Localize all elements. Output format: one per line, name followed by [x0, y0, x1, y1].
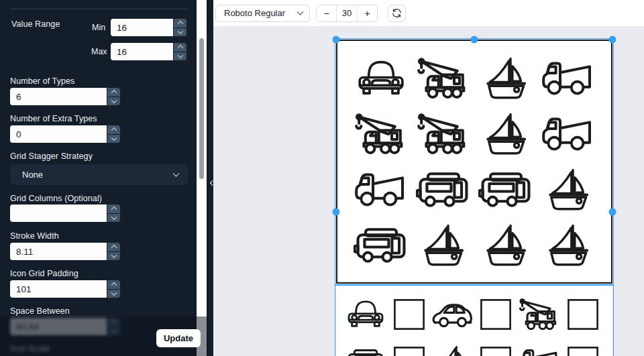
grid-stagger-strategy-label: Grid Stagger Strategy [10, 152, 93, 161]
max-field [111, 43, 186, 60]
dump-truck-icon [354, 170, 408, 209]
sidebar-scrollbar-track[interactable] [197, 0, 207, 356]
icon-grid-padding-input[interactable] [10, 280, 107, 298]
sailboat-icon [482, 109, 529, 160]
max-decrement-button[interactable] [174, 52, 186, 61]
car-front-icon [356, 57, 406, 100]
space-between-label: Space Between [10, 306, 70, 316]
grid-columns-input[interactable] [10, 204, 107, 222]
stroke-width-input[interactable] [10, 243, 107, 260]
empty-square [393, 346, 425, 356]
dump-truck-icon [519, 347, 560, 356]
number-of-types-field [10, 88, 120, 105]
refresh-arrows-icon [391, 7, 402, 19]
min-increment-button[interactable] [174, 19, 186, 27]
bus-icon [478, 171, 533, 209]
bus-icon [354, 227, 409, 264]
increase-font-size-button[interactable]: + [357, 5, 377, 21]
grid-stagger-strategy-select[interactable]: None [10, 164, 188, 185]
sailboat-icon [482, 53, 529, 104]
empty-square [567, 298, 599, 331]
selection-handle-middle-right[interactable] [609, 209, 616, 216]
main-panel: Roboto Regular − 30 + [213, 0, 644, 356]
selection-handle-top-left[interactable] [333, 36, 340, 44]
sailboat-icon [435, 343, 471, 356]
selection-handle-top-right[interactable] [609, 36, 616, 44]
car-front-icon [346, 297, 385, 332]
number-of-types-label: Number of Types [10, 76, 74, 86]
number-of-types-input[interactable] [10, 88, 107, 105]
empty-square [567, 346, 599, 356]
font-select[interactable]: Roboto Regular [215, 5, 310, 22]
sidebar-scrollbar-thumb[interactable] [199, 38, 204, 179]
font-select-value: Roboto Regular [224, 8, 298, 18]
chevron-down-icon [173, 170, 180, 177]
crane-truck-icon [519, 297, 560, 332]
bus-icon [416, 171, 471, 209]
number-of-extra-types-input[interactable] [10, 125, 107, 143]
value-range-label: Value Range [11, 19, 60, 29]
min-label: Min [92, 23, 105, 32]
min-input[interactable] [111, 19, 173, 36]
number-of-extra-types-field [10, 125, 120, 143]
grid-columns-label: Grid Columns (Optional) [10, 194, 102, 203]
empty-square [480, 298, 512, 331]
crane-truck-icon [417, 56, 470, 101]
settings-sidebar: Value Range Min Max Number of Types Numb… [0, 0, 197, 356]
design-canvas[interactable] [213, 27, 644, 356]
increment-button[interactable] [107, 88, 120, 97]
sailboat-icon [482, 220, 529, 271]
bus-icon [345, 348, 386, 356]
decrement-button[interactable] [107, 97, 120, 106]
stroke-width-label: Stroke Width [10, 231, 59, 241]
divider [10, 9, 188, 9]
chevron-down-icon [297, 9, 304, 15]
app-window: Value Range Min Max Number of Types Numb… [0, 0, 644, 356]
dump-truck-icon [541, 115, 595, 154]
max-increment-button[interactable] [174, 43, 186, 52]
decrement-button[interactable] [107, 252, 120, 261]
crane-truck-icon [354, 112, 408, 156]
empty-square [393, 298, 425, 331]
increment-button[interactable] [107, 125, 120, 134]
icon-grid-padding-label: Icon Grid Padding [10, 269, 78, 278]
icon-grid-padding-field [10, 280, 120, 298]
font-size-value: 30 [337, 5, 357, 21]
decrement-button[interactable] [107, 214, 120, 223]
max-input[interactable] [111, 43, 173, 60]
decrement-button[interactable] [107, 135, 120, 143]
canvas-toolbar: Roboto Regular − 30 + [213, 0, 644, 27]
decrease-font-size-button[interactable]: − [317, 5, 337, 21]
font-size-stepper: − 30 + [316, 5, 378, 22]
crane-truck-icon [417, 112, 470, 156]
increment-button[interactable] [107, 204, 120, 213]
decrement-button[interactable] [107, 290, 120, 298]
selected-option: None [22, 170, 174, 180]
max-label: Max [91, 47, 107, 56]
car-side-icon [431, 300, 474, 329]
icon-grid-object-1[interactable] [336, 40, 612, 284]
icon-grid-2 [336, 286, 612, 356]
object-2-selection-edge [335, 284, 614, 286]
increment-button[interactable] [107, 280, 120, 289]
min-decrement-button[interactable] [174, 28, 186, 37]
stroke-width-field [10, 243, 120, 260]
dump-truck-icon [541, 59, 595, 98]
refresh-button[interactable] [388, 5, 406, 22]
sailboat-icon [420, 220, 467, 271]
grid-columns-field [10, 204, 120, 222]
sailboat-icon [545, 220, 592, 271]
increment-button[interactable] [107, 243, 120, 251]
update-button[interactable]: Update [156, 329, 201, 347]
icon-grid-object-2[interactable] [336, 286, 612, 356]
selection-handle-top-center[interactable] [471, 36, 478, 44]
selection-handle-middle-left[interactable] [333, 209, 340, 216]
min-field [111, 19, 186, 36]
sailboat-icon [545, 164, 592, 215]
number-of-extra-types-label: Number of Extra Types [10, 114, 97, 123]
icon-grid-1 [337, 41, 611, 282]
empty-square [480, 346, 512, 356]
